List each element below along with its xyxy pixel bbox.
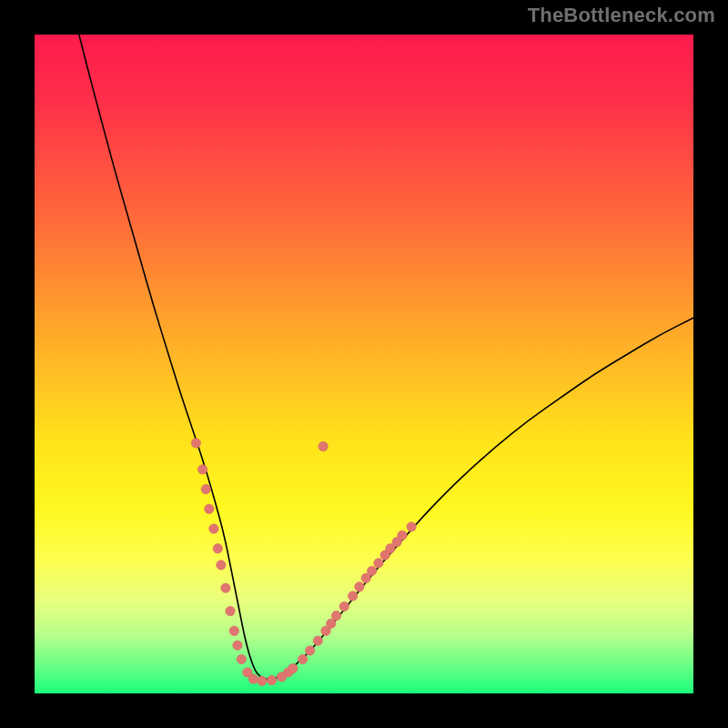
chart-frame: TheBottleneck.com — [0, 0, 728, 728]
curve-marker — [318, 441, 328, 450]
curve-marker — [197, 465, 207, 474]
curve-marker — [367, 566, 376, 575]
curve-marker — [226, 606, 235, 615]
curve-marker — [267, 675, 276, 684]
curve-marker — [229, 626, 238, 635]
curve-marker — [258, 676, 267, 685]
curve-marker — [348, 592, 357, 601]
plot-area — [35, 35, 693, 693]
curve-marker — [233, 641, 242, 650]
curve-marker — [305, 646, 314, 655]
curve-marker — [407, 522, 416, 531]
plot-svg — [35, 35, 693, 693]
curve-marker — [209, 524, 218, 533]
curve-marker — [374, 558, 383, 567]
curve-marker — [221, 583, 230, 592]
curve-marker — [288, 663, 298, 672]
curve-marker — [313, 636, 322, 645]
curve-marker — [339, 602, 349, 611]
curve-marker — [398, 531, 407, 540]
curve-marker — [331, 611, 340, 620]
curve-marker — [205, 504, 214, 513]
heat-gradient-background — [35, 35, 693, 693]
curve-marker — [355, 582, 364, 592]
curve-marker — [213, 544, 222, 553]
watermark-text: TheBottleneck.com — [528, 4, 715, 27]
curve-marker — [217, 561, 226, 570]
curve-marker — [298, 654, 307, 663]
curve-marker — [201, 484, 210, 493]
curve-marker — [191, 439, 200, 448]
curve-marker — [237, 654, 246, 663]
curve-marker — [248, 674, 258, 683]
